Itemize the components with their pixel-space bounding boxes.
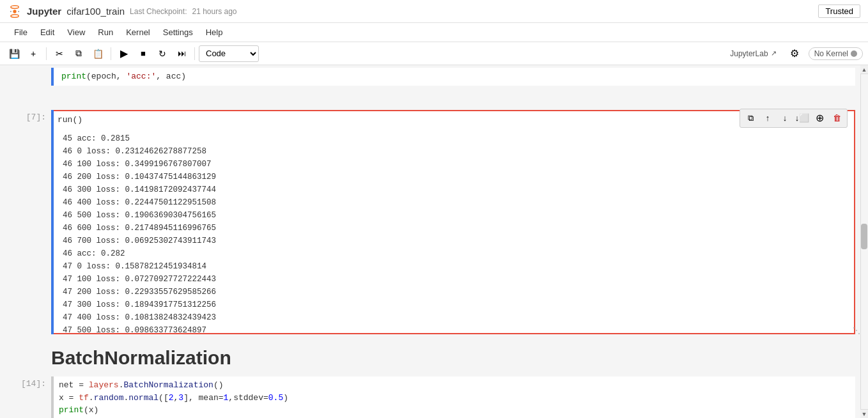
add-below-button[interactable]: ⊕: [812, 111, 827, 126]
cell-14-number: [14]:: [0, 376, 51, 389]
sep3: [194, 47, 195, 60]
cell-14-line-1: x = tf.random.normal([2,3], mean=1,stdde…: [59, 392, 850, 405]
output-line-7: 46 600 loss: 0.21748945116996765: [63, 222, 849, 235]
toolbar: 💾 + ✂ ⧉ 📋 ▶ ■ ↻ ⏭ Code Markdown Raw Jupy…: [0, 42, 868, 65]
batch-norm-heading: BatchNormalization: [0, 337, 868, 374]
app-name: Jupyter: [27, 6, 61, 17]
checkpoint-label: Last Checkpoint:: [130, 7, 187, 16]
paste-button[interactable]: 📋: [89, 45, 107, 63]
add-cell-button[interactable]: +: [24, 45, 42, 63]
menu-file[interactable]: File: [8, 25, 34, 40]
cell-14-code[interactable]: net = layers.BatchNormalization() x = tf…: [51, 376, 855, 418]
save-button[interactable]: 💾: [5, 45, 23, 63]
move-down-button[interactable]: ↓: [777, 111, 793, 126]
cell-14-wrapper: [14]: net = layers.BatchNormalization() …: [0, 374, 868, 418]
cell-inner: run() 45 acc: 0.2815 46 0 loss: 0.231246…: [52, 111, 854, 334]
cell-toolbar: ⧉ ↑ ↓ ↓⬜ ⊕ 🗑: [740, 109, 848, 128]
jupyterlab-button[interactable]: JupyterLab ↗: [726, 48, 780, 59]
output-line-8: 46 700 loss: 0.06925302743911743: [63, 235, 849, 247]
cell-14-line-0: net = layers.BatchNormalization(): [59, 379, 850, 392]
sep2: [111, 47, 111, 60]
output-line-12: 47 200 loss: 0.22933557629585266: [63, 286, 849, 298]
copy-button[interactable]: ⧉: [70, 45, 88, 63]
trusted-button[interactable]: Trusted: [818, 4, 860, 18]
checkpoint-time: 21 hours ago: [192, 7, 236, 16]
output-line-3: 46 200 loss: 0.10437475144863129: [63, 171, 849, 183]
run-code-line: run(): [52, 111, 854, 129]
menu-view[interactable]: View: [61, 25, 91, 40]
output-line-11: 47 100 loss: 0.07270927727222443: [63, 273, 849, 286]
svg-point-3: [10, 10, 12, 12]
move-up-button[interactable]: ↑: [760, 111, 775, 126]
selected-cell-group: ⧉ ↑ ↓ ↓⬜ ⊕ 🗑 [7]: run(): [0, 107, 860, 337]
cell-above: print(epoch, 'acc:', acc): [0, 65, 868, 88]
cell-type-select[interactable]: Code Markdown Raw: [199, 45, 259, 62]
run-cell-wrapper: [7]: run() 45 acc: 0.2815: [0, 107, 860, 337]
menu-bar: File Edit View Run Kernel Settings Help: [0, 23, 868, 42]
output-line-1: 46 0 loss: 0.23124626278877258: [63, 145, 849, 158]
stop-button[interactable]: ■: [134, 45, 152, 63]
copy-cell-button[interactable]: ⧉: [743, 111, 758, 126]
cell-14-line-2: print(x): [59, 404, 850, 417]
resize-handle[interactable]: ⋱: [853, 327, 860, 334]
kernel-circle-icon: [851, 50, 857, 57]
right-scrollbar-thumb[interactable]: [861, 224, 867, 249]
svg-point-0: [11, 5, 19, 8]
settings-icon-button[interactable]: ⚙: [786, 45, 803, 63]
svg-point-4: [18, 10, 19, 12]
menu-settings[interactable]: Settings: [157, 25, 199, 40]
blue-bar: [51, 110, 54, 335]
scroll-down-button[interactable]: ▼: [860, 409, 868, 418]
fast-forward-button[interactable]: ⏭: [173, 45, 190, 63]
download-button[interactable]: ↓⬜: [794, 111, 810, 126]
cell-above-number: [0, 68, 51, 70]
output-line-9: 46 acc: 0.282: [63, 247, 849, 260]
output-line-6: 46 500 loss: 0.19063690304756165: [63, 209, 849, 222]
run-cell-number: [7]:: [0, 110, 51, 122]
notebook-area[interactable]: print(epoch, 'acc:', acc) ⧉ ↑ ↓ ↓⬜ ⊕ 🗑 […: [0, 65, 868, 418]
no-kernel-badge: No Kernel: [809, 47, 863, 60]
output-area: 45 acc: 0.2815 46 0 loss: 0.231246262788…: [52, 128, 854, 333]
delete-cell-button[interactable]: 🗑: [829, 111, 844, 126]
output-line-5: 46 400 loss: 0.22447501122951508: [63, 196, 849, 209]
output-line-13: 47 300 loss: 0.18943917751312256: [63, 298, 849, 311]
cut-button[interactable]: ✂: [50, 45, 68, 63]
jupyterlab-label: JupyterLab: [730, 49, 768, 58]
selected-cell-box[interactable]: run() 45 acc: 0.2815 46 0 loss: 0.231246…: [51, 110, 855, 335]
restart-button[interactable]: ↻: [153, 45, 171, 63]
kernel-area: JupyterLab ↗ ⚙ No Kernel: [726, 45, 863, 63]
output-line-10: 47 0 loss: 0.15878212451934814: [63, 260, 849, 273]
output-line-0: 45 acc: 0.2815: [63, 132, 849, 145]
print-indent: print(epoch, 'acc:', acc): [61, 72, 186, 81]
title-bar: Jupyter cifar100_train Last Checkpoint: …: [0, 0, 868, 23]
menu-run[interactable]: Run: [91, 25, 120, 40]
output-line-15: 47 500 loss: 0.098633773624897: [63, 324, 849, 333]
menu-kernel[interactable]: Kernel: [120, 25, 157, 40]
run-button[interactable]: ▶: [115, 45, 133, 63]
svg-point-2: [13, 10, 16, 13]
notebook-name: cifar100_train: [66, 6, 125, 17]
svg-point-1: [11, 14, 19, 17]
cell-body: run() 45 acc: 0.2815 46 0 loss: 0.231246…: [52, 111, 854, 334]
output-line-4: 46 300 loss: 0.14198172092437744: [63, 183, 849, 196]
output-line-2: 46 100 loss: 0.3499196767807007: [63, 158, 849, 171]
menu-help[interactable]: Help: [199, 25, 229, 40]
jupyter-logo: [8, 4, 22, 19]
output-line-14: 47 400 loss: 0.10813824832439423: [63, 311, 849, 324]
right-scrollbar[interactable]: [860, 65, 868, 418]
sep1: [46, 47, 47, 60]
scroll-up-button[interactable]: ▲: [860, 65, 868, 74]
external-link-icon: ↗: [771, 49, 777, 58]
menu-edit[interactable]: Edit: [34, 25, 61, 40]
run-fn-text: run(): [58, 115, 82, 125]
no-kernel-label: No Kernel: [814, 49, 848, 58]
